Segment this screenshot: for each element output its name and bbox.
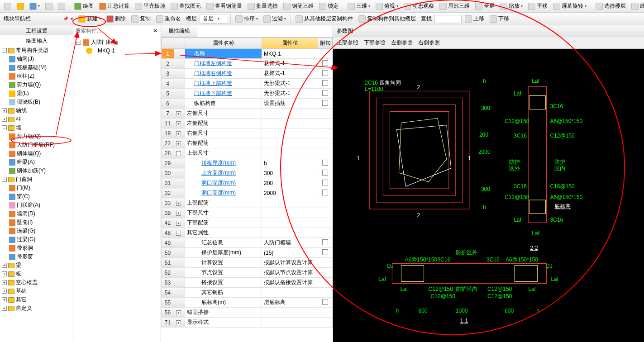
- sort-button[interactable]: 排序▾: [233, 14, 260, 24]
- sum-button[interactable]: 汇总计算: [97, 1, 132, 11]
- pan-button[interactable]: 平移: [526, 1, 550, 11]
- checkbox[interactable]: [322, 80, 328, 86]
- tree-window[interactable]: 窗(C): [1, 192, 72, 201]
- prop-row[interactable]: 55底标高(m)层底标高: [162, 298, 333, 308]
- prop-row[interactable]: 6纵筋构造设置插筋: [162, 99, 333, 109]
- tree-col[interactable]: 框柱(Z): [1, 72, 72, 81]
- open-button[interactable]: [14, 1, 26, 11]
- find-elem-button[interactable]: 查找图元: [168, 1, 203, 11]
- search-input[interactable]: [73, 27, 150, 35]
- tree-slab-group[interactable]: +板: [1, 270, 72, 278]
- close-nav-icon[interactable]: ×: [68, 16, 75, 22]
- tree-lintol[interactable]: 连梁(G): [1, 227, 72, 235]
- prop-tab[interactable]: 属性编辑: [161, 25, 197, 37]
- tree-wall-dark[interactable]: 暗梁(A): [1, 158, 72, 166]
- param-tab-right[interactable]: 右侧参照: [418, 39, 440, 47]
- tree-wall-rf[interactable]: 人防门框墙(RF): [1, 141, 72, 149]
- move-down-button[interactable]: 下移: [487, 14, 511, 24]
- prop-row[interactable]: 31洞口深度(mm)200: [162, 178, 333, 188]
- prop-row[interactable]: 49汇总信息人防门框墙: [162, 238, 333, 248]
- undo-button[interactable]: [43, 1, 55, 11]
- tree-strip-hole[interactable]: 带形洞: [1, 244, 72, 252]
- move-up-button[interactable]: 上移: [463, 14, 487, 24]
- search-clear-button[interactable]: ✕: [150, 27, 161, 34]
- line-tool-button[interactable]: 线: [629, 1, 644, 11]
- tree-custom-group[interactable]: +自定义: [1, 304, 72, 313]
- prop-row[interactable]: 5门框墙下部构造无卧梁式-1: [162, 89, 333, 99]
- redo-button[interactable]: [56, 1, 67, 11]
- prop-row[interactable]: 33+上部配筋: [162, 198, 333, 208]
- prop-row[interactable]: 11+左侧配筋: [162, 119, 333, 128]
- tree-lintel[interactable]: 过梁(G): [1, 235, 72, 244]
- checkbox[interactable]: [322, 239, 328, 245]
- prop-row[interactable]: 3门框墙右侧构造悬臂式-1: [162, 69, 333, 79]
- prop-row[interactable]: 2门框墙左侧构造悬臂式-1: [162, 59, 333, 69]
- copy-from-button[interactable]: 从其他楼层复制构件: [293, 14, 355, 24]
- draw-button[interactable]: 绘图: [72, 1, 96, 11]
- prop-row[interactable]: 29顶板厚度(mm)h: [162, 158, 333, 168]
- prop-row[interactable]: 71+显示样式: [162, 318, 333, 328]
- tree-axis-net[interactable]: 轴网(J): [1, 55, 72, 63]
- fullscreen-button[interactable]: 全屏: [473, 1, 497, 11]
- checkbox[interactable]: [322, 90, 328, 96]
- prop-row[interactable]: 7+左侧尺寸: [162, 109, 333, 119]
- tree-slab[interactable]: 现浇板(B): [1, 98, 72, 106]
- tree-shear[interactable]: 剪力墙(Q): [1, 81, 72, 89]
- rebar3d-button[interactable]: 钢筋三维: [281, 1, 316, 11]
- tree-door[interactable]: 门(M): [1, 184, 72, 192]
- lock-button[interactable]: 锁定: [317, 1, 341, 11]
- tab-draw-input[interactable]: 绘图输入: [0, 35, 73, 45]
- tree-niche[interactable]: 壁龛(I): [1, 218, 72, 227]
- save-button[interactable]: ▾: [27, 1, 42, 11]
- tree-raft[interactable]: 筏板基础(M): [1, 63, 72, 72]
- dyn-view-button[interactable]: 动态观察: [401, 1, 436, 11]
- checkbox[interactable]: [322, 299, 328, 305]
- delete-button[interactable]: 删除: [104, 14, 128, 24]
- tree-beam[interactable]: 梁(L): [1, 89, 72, 98]
- tree-wallhole[interactable]: 墙洞(D): [1, 209, 72, 218]
- prop-row[interactable]: 39+下部尺寸: [162, 208, 333, 218]
- checkbox[interactable]: [322, 190, 328, 195]
- copy-to-button[interactable]: 复制构件到其他楼层: [356, 14, 418, 24]
- zoom-button[interactable]: 缩放▾: [498, 1, 525, 11]
- checkbox[interactable]: [322, 100, 328, 106]
- prop-row[interactable]: 30上方高度(mm)300: [162, 168, 333, 178]
- tree-doorwindow[interactable]: 门联窗(A): [1, 201, 72, 209]
- rename-button[interactable]: 重命名: [154, 14, 183, 24]
- prop-row[interactable]: 22+右侧配筋: [162, 138, 333, 148]
- prop-row[interactable]: 51计算设置按默认计算设置计算: [162, 258, 333, 268]
- tree-other-group[interactable]: +其它: [1, 295, 72, 304]
- copy-button[interactable]: 复制: [129, 14, 153, 24]
- tree-col-group[interactable]: +柱: [1, 115, 72, 124]
- new-file-button[interactable]: [2, 1, 14, 11]
- tree-opening-group[interactable]: −门窗洞: [1, 175, 72, 184]
- view-rebar-button[interactable]: 查看钢筋量: [204, 1, 244, 11]
- param-tab-left[interactable]: 左侧参照: [391, 39, 413, 47]
- prop-row[interactable]: 42+下部配筋: [162, 218, 333, 228]
- new-button[interactable]: 新建▾: [76, 14, 103, 24]
- prop-row[interactable]: 28-上部尺寸: [162, 148, 333, 158]
- prop-row[interactable]: 50保护层厚度(mm)(15): [162, 248, 333, 258]
- tree-strip-window[interactable]: 带形窗: [1, 252, 72, 261]
- screen-rotate-button[interactable]: 屏幕旋转▾: [551, 1, 589, 11]
- cad-canvas[interactable]: 2C16 四角均同 L=1100 2 2 1 1 Laf Laf 3C16 C1…: [333, 49, 644, 342]
- component-parent[interactable]: −人防门框墙: [75, 38, 159, 47]
- checkbox[interactable]: [322, 170, 328, 176]
- floor-select[interactable]: 首层▾: [200, 14, 228, 24]
- checkbox[interactable]: [322, 180, 328, 185]
- tree-wall-group[interactable]: −墙: [1, 124, 72, 132]
- batch-sel-button[interactable]: 批量选择: [245, 1, 280, 11]
- flatten-button[interactable]: 平齐板顶: [133, 1, 167, 11]
- prop-row[interactable]: 48-其它属性: [162, 228, 333, 238]
- tree-beam-group[interactable]: +梁: [1, 261, 72, 270]
- prop-row[interactable]: 52节点设置按默认节点设置计算: [162, 268, 333, 278]
- checkbox[interactable]: [322, 249, 328, 255]
- tree-wall-masonry[interactable]: 砌体墙(Q): [1, 149, 72, 158]
- top-view-button[interactable]: 俯视▾: [373, 1, 401, 11]
- tab-project-settings[interactable]: 工程设置: [0, 25, 73, 35]
- checkbox[interactable]: [322, 70, 328, 76]
- checkbox[interactable]: [322, 60, 328, 66]
- param-tab-top[interactable]: 上部参照: [337, 39, 358, 47]
- tree-wall-shear[interactable]: 剪力墙(Q): [1, 132, 72, 141]
- prop-row[interactable]: 56+锚固搭接: [162, 308, 333, 318]
